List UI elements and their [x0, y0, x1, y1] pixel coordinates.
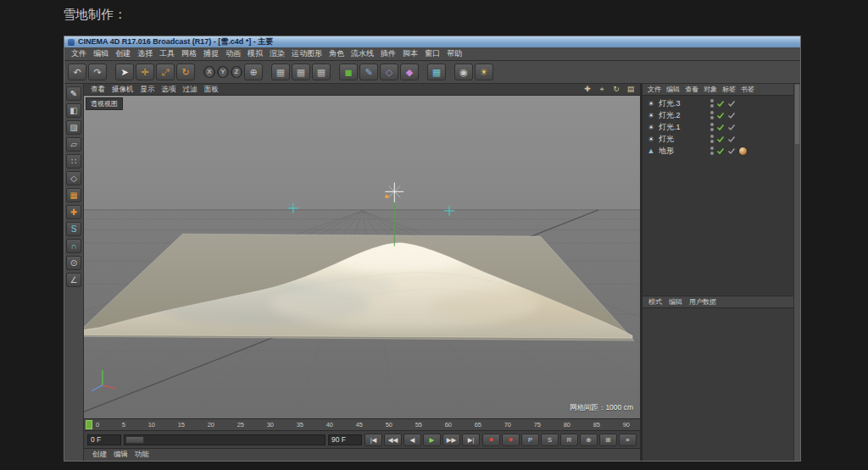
frame-tick[interactable]: 35 [297, 421, 303, 429]
frame-tick[interactable]: 15 [178, 421, 185, 429]
enabled-check-icon[interactable] [716, 135, 725, 143]
view-zoom-icon[interactable]: ⌖ [596, 85, 608, 94]
frame-tick[interactable]: 85 [593, 421, 600, 429]
x-axis-lock-icon[interactable]: X [203, 66, 215, 78]
record-rotation-button[interactable]: R [560, 434, 578, 446]
menu-item[interactable]: 流水线 [348, 48, 377, 59]
visibility-toggle-icons[interactable] [710, 147, 714, 155]
visibility-toggle-icons[interactable] [710, 135, 714, 143]
previous-key-button[interactable]: ◀◀ [384, 434, 402, 446]
keyframe-selection-button[interactable]: ⊞ [599, 434, 617, 446]
toolbar-separator[interactable] [197, 64, 202, 80]
frame-tick[interactable]: 90 [623, 421, 630, 429]
menu-item[interactable]: 网格 [178, 48, 200, 59]
timeline-slider-handle[interactable] [125, 436, 144, 444]
menu-item[interactable]: 模拟 [244, 48, 266, 59]
current-frame-marker[interactable] [86, 420, 92, 429]
view-rotate-icon[interactable]: ↻ [610, 85, 622, 94]
scale-icon[interactable]: ⤢ [156, 64, 175, 80]
lock-workplane-icon[interactable]: ⊙ [66, 256, 81, 270]
object-manager-menu-item[interactable]: 对象 [701, 85, 720, 94]
object-manager-menu-item[interactable]: 书签 [738, 85, 757, 94]
menu-item[interactable]: 渲染 [266, 48, 288, 59]
menu-item[interactable]: 窗口 [421, 48, 443, 59]
workplane-mode-icon[interactable]: ▱ [66, 137, 81, 152]
object-row-light-1[interactable]: ☀ 灯光.1 [643, 121, 800, 133]
go-to-start-button[interactable]: |◀ [364, 434, 382, 446]
frame-tick[interactable]: 40 [326, 421, 333, 429]
end-frame-field[interactable]: 90 F [328, 434, 362, 445]
previous-frame-button[interactable]: ◀ [403, 434, 421, 446]
attribute-tab[interactable]: 编辑 [665, 297, 686, 307]
toolbar-separator[interactable] [420, 64, 426, 80]
view-toggle-icon[interactable]: ▤ [625, 85, 637, 94]
record-position-button[interactable]: P [521, 434, 539, 446]
y-axis-lock-icon[interactable]: Y [217, 66, 229, 78]
visibility-toggle-icons[interactable] [710, 123, 714, 131]
polygons-mode-icon[interactable]: ▦ [66, 188, 81, 202]
object-icon[interactable]: ☀ [646, 135, 656, 143]
viewport-menu-item[interactable]: 面板 [201, 85, 222, 95]
light-icon[interactable]: ☀ [475, 64, 493, 80]
viewport-canvas[interactable]: 透视视图 网格间距：1000 cm [84, 96, 640, 418]
redo-icon[interactable]: ↷ [88, 64, 107, 80]
record-keyframe-button[interactable]: ● [482, 434, 500, 446]
object-icon[interactable]: ☀ [646, 100, 656, 108]
frame-tick[interactable]: 65 [475, 421, 481, 429]
timeline-slider[interactable] [124, 434, 326, 445]
current-frame-field[interactable]: 0 F [87, 434, 121, 445]
frame-tick[interactable]: 50 [386, 421, 392, 429]
object-manager-menu-item[interactable]: 查看 [682, 85, 701, 94]
deform-check-icon[interactable] [727, 99, 736, 108]
camera-icon[interactable]: ◉ [454, 64, 473, 80]
frame-tick[interactable]: 60 [445, 421, 452, 429]
points-mode-icon[interactable]: ∷ [66, 154, 81, 169]
quantize-icon[interactable]: ∠ [66, 273, 81, 287]
object-name[interactable]: 灯光.2 [659, 110, 708, 121]
go-to-end-button[interactable]: ▶| [462, 434, 480, 446]
viewport-menu-item[interactable]: 过滤 [180, 85, 201, 95]
menu-item[interactable]: 工具 [156, 48, 178, 59]
timeline-ruler[interactable]: 051015202530354045505560657075808590 [84, 418, 640, 430]
frame-tick[interactable]: 70 [504, 421, 511, 429]
enabled-check-icon[interactable] [716, 99, 725, 108]
play-button[interactable]: ▶ [423, 434, 441, 446]
material-tag-icon[interactable] [738, 147, 748, 156]
menu-item[interactable]: 运动图形 [288, 48, 326, 59]
toolbar-separator[interactable] [332, 64, 337, 80]
viewport-menu-item[interactable]: 显示 [137, 85, 159, 95]
deform-check-icon[interactable] [727, 111, 736, 119]
enabled-check-icon[interactable] [716, 147, 725, 155]
menu-item[interactable]: 文件 [68, 48, 90, 59]
object-row-light-2[interactable]: ☀ 灯光.2 [643, 109, 800, 121]
window-titlebar[interactable]: CINEMA 4D R17.016 Broadcast (R17) - [雪.c… [64, 36, 800, 47]
model-mode-icon[interactable]: ◧ [66, 103, 81, 118]
live-selection-icon[interactable]: ➤ [115, 64, 134, 80]
object-name[interactable]: 地形 [659, 146, 708, 157]
toolbar-separator[interactable] [108, 64, 114, 80]
materials-menu-item[interactable]: 功能 [131, 450, 153, 460]
spline-pen-icon[interactable]: ✎ [359, 64, 378, 80]
menu-item[interactable]: 角色 [326, 48, 348, 59]
visibility-toggle-icons[interactable] [710, 99, 714, 108]
record-scale-button[interactable]: S [541, 434, 559, 446]
object-row-light[interactable]: ☀ 灯光 [643, 133, 800, 145]
object-name[interactable]: 灯光.1 [659, 122, 708, 133]
panel-scrollbar[interactable] [793, 84, 800, 461]
toolbar-separator[interactable] [264, 64, 270, 80]
frame-tick[interactable]: 45 [356, 421, 363, 429]
object-name[interactable]: 灯光.3 [659, 98, 708, 109]
deformers-menu-icon[interactable]: ◆ [400, 64, 419, 80]
viewport-solo-icon[interactable]: S [66, 222, 81, 236]
menu-item[interactable]: 创建 [112, 48, 134, 59]
menu-item[interactable]: 选择 [134, 48, 156, 59]
menu-item[interactable]: 脚本 [399, 48, 421, 59]
object-manager-menu-item[interactable]: 标签 [720, 85, 738, 94]
edges-mode-icon[interactable]: ◇ [66, 171, 81, 185]
frame-tick[interactable]: 5 [122, 421, 125, 429]
attribute-tab[interactable]: 用户数据 [686, 297, 720, 307]
view-pan-icon[interactable]: ✚ [581, 85, 593, 94]
frame-tick[interactable]: 80 [564, 421, 570, 429]
viewport-menu-item[interactable]: 选项 [159, 85, 180, 95]
menu-item[interactable]: 捕捉 [200, 48, 222, 59]
